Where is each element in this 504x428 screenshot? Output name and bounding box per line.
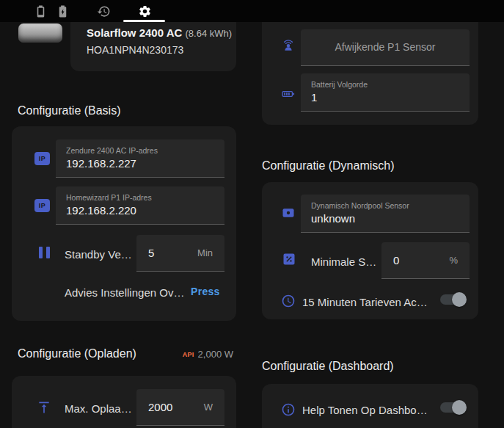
advies-press-button[interactable]: Press (191, 286, 220, 297)
tab-settings[interactable] (136, 3, 153, 19)
opladen-meta: API2,000 W (183, 349, 233, 360)
minimale-label: Minimale S… (311, 255, 376, 268)
app-window: Solarflow 2400 AC (8.64 kWh) HOA1NPN4N23… (0, 0, 504, 428)
tarieven-toggle[interactable] (440, 294, 465, 305)
tab-battery[interactable] (32, 3, 48, 19)
field-label: Dynamisch Nordpool Sensor (311, 202, 459, 211)
field-label: Batterij Volgorde (311, 81, 459, 90)
toggle-thumb (452, 292, 467, 307)
section-heading-opladen: Configuratie (Opladen) (18, 347, 136, 360)
sensor-box-icon (281, 206, 296, 220)
field-label: Afwijkende P1 Sensor (335, 42, 436, 53)
device-name-row: Solarflow 2400 AC (8.64 kWh) (87, 26, 232, 39)
ip-icon-glyph: IP (39, 155, 45, 162)
p1-sensor-field[interactable]: Afwijkende P1 Sensor (301, 29, 470, 66)
battery-order-field[interactable]: Batterij Volgorde 1 (301, 73, 470, 112)
section-heading-dynamisch: Configuratie (Dynamisch) (262, 159, 395, 173)
battery-order-icon (281, 87, 296, 101)
device-image (18, 23, 62, 43)
field-value: 0 (393, 254, 399, 266)
api-badge: API (183, 351, 194, 358)
account-wireless-icon (281, 39, 296, 54)
active-tab-indicator (123, 20, 165, 22)
dynamisch-card: Dynamisch Nordpool Sensor unknown Minima… (262, 182, 478, 319)
top-tab-bar (0, 0, 504, 22)
dashboard-card: Help Tonen Op Dashbo… (262, 384, 478, 428)
clock-icon (281, 294, 296, 308)
field-suffix: % (449, 255, 458, 266)
standby-label: Standby Ve… (65, 248, 132, 261)
align-top-icon (37, 400, 51, 415)
minimale-field[interactable]: 0 % (381, 242, 470, 279)
opladen-card: Max. Oplaa… 2000 W (12, 376, 236, 428)
standby-field[interactable]: 5 Min (136, 235, 224, 272)
tab-battery-charging[interactable] (54, 3, 70, 19)
ip-icon-glyph: IP (39, 202, 45, 209)
field-value: unknown (311, 212, 459, 225)
zendure-ip-field[interactable]: Zendure 2400 AC IP-adres 192.168.2.227 (56, 139, 224, 178)
history-icon (97, 4, 111, 18)
advies-label: Advies Instellingen Ov… (65, 286, 184, 299)
percent-box-icon (282, 252, 296, 266)
gear-icon (138, 4, 152, 18)
field-label: Homewizard P1 IP-adres (66, 194, 214, 203)
device-capacity: (8.64 kWh) (186, 28, 233, 39)
field-value: 192.168.2.220 (66, 204, 214, 217)
tab-history[interactable] (95, 3, 112, 19)
device-name: Solarflow 2400 AC (87, 26, 182, 39)
field-suffix: Min (197, 247, 213, 258)
ip-icon: IP (34, 152, 50, 165)
toggle-thumb (452, 400, 467, 415)
field-value: 192.168.2.227 (66, 157, 214, 170)
ip-icon: IP (34, 199, 50, 212)
battery-charging-icon (56, 4, 70, 18)
section-heading-dashboard: Configuratie (Dashboard) (262, 360, 394, 373)
pause-icon (39, 247, 50, 258)
help-tonen-toggle[interactable] (440, 402, 465, 413)
homewizard-ip-field[interactable]: Homewizard P1 IP-adres 192.168.2.220 (56, 186, 224, 225)
battery-icon (34, 4, 48, 18)
nordpool-sensor-field[interactable]: Dynamisch Nordpool Sensor unknown (301, 195, 470, 233)
section-heading-opladen-row: Configuratie (Opladen) API2,000 W (18, 347, 233, 360)
device-serial: HOA1NPN4N230173 (87, 44, 183, 56)
tarieven-label: 15 Minuten Tarieven Ac… (302, 296, 428, 308)
sensors-card: Afwijkende P1 Sensor Batterij Volgorde 1 (262, 13, 478, 125)
max-oplaad-label: Max. Oplaa… (65, 402, 132, 415)
device-info-card: Solarflow 2400 AC (8.64 kWh) HOA1NPN4N23… (70, 15, 236, 71)
opladen-power: 2,000 W (198, 349, 233, 360)
basis-card: IP Zendure 2400 AC IP-adres 192.168.2.22… (12, 126, 236, 321)
field-value: 5 (148, 247, 154, 259)
info-icon (281, 402, 296, 417)
max-oplaad-field[interactable]: 2000 W (136, 389, 224, 426)
field-value: 2000 (148, 401, 172, 413)
field-value: 1 (311, 91, 459, 104)
field-suffix: W (204, 402, 213, 413)
help-tonen-label: Help Tonen Op Dashbo… (302, 404, 428, 416)
section-heading-basis: Configuratie (Basis) (18, 104, 121, 117)
field-label: Zendure 2400 AC IP-adres (66, 147, 214, 156)
